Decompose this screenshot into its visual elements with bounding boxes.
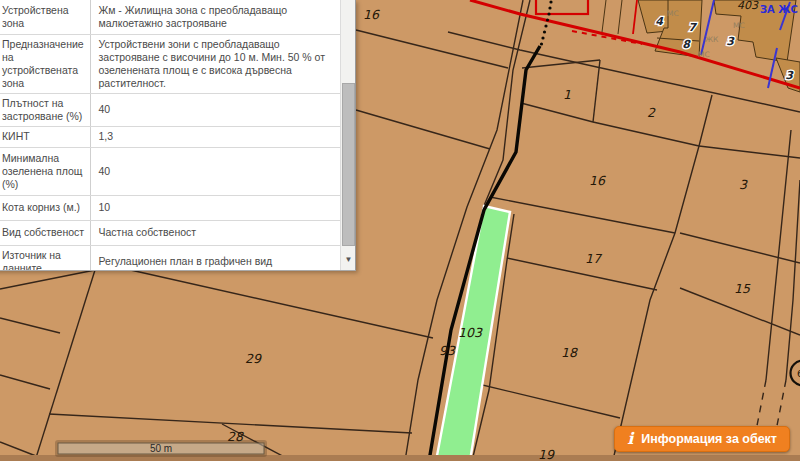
object-info-button-label: Информация за обект: [641, 432, 777, 446]
attribute-label: Кота корниз (м.): [0, 195, 90, 220]
attribute-value: 40: [90, 93, 341, 126]
map-label: 3: [739, 177, 748, 192]
info-icon: i: [627, 429, 633, 448]
scale-bar-label: 50 m: [150, 443, 172, 454]
map-label: ЗА ЖС: [760, 4, 798, 15]
map-label: 19: [538, 447, 555, 461]
scrollbar-down-arrow-icon[interactable]: ▼: [341, 252, 356, 267]
map-label: МС: [733, 21, 745, 30]
attribute-row: Предназначение на устройствената зонаУст…: [0, 34, 341, 93]
map-label: 17: [585, 251, 603, 266]
map-label: 29: [245, 351, 262, 366]
attribute-label: Предназначение на устройствената зона: [0, 34, 90, 93]
attribute-value: Жм - Жилищна зона с преобладаващо малкое…: [90, 0, 341, 34]
attribute-label: Устройствена зона: [0, 0, 90, 34]
map-viewport[interactable]: 16121631715181929289310347833МСМСЖКМС403…: [0, 0, 800, 461]
attribute-value: 40: [90, 147, 341, 195]
object-info-panel: Устройствена зонаЖм - Жилищна зона с пре…: [0, 0, 356, 271]
attribute-row: Плътност на застрояване (%)40: [0, 93, 341, 126]
scrollbar-thumb[interactable]: [342, 83, 355, 246]
scale-bar: 50 m: [55, 440, 267, 457]
map-label: ЖК: [705, 35, 719, 44]
map-label: 16: [363, 7, 380, 22]
attribute-value: 1,3: [90, 126, 341, 147]
attribute-row: Минимална озеленена площ (%)40: [0, 147, 341, 195]
map-label: МС: [698, 50, 710, 59]
map-label: 15: [734, 281, 751, 296]
attribute-label: Плътност на застрояване (%): [0, 93, 90, 126]
map-label: 2: [647, 105, 656, 120]
map-label: 8: [682, 38, 691, 51]
attribute-row: КИНТ1,3: [0, 126, 341, 147]
attribute-row: Кота корниз (м.)10: [0, 195, 341, 220]
map-label: 103: [458, 325, 483, 340]
attribute-value: Частна собственост: [90, 220, 341, 245]
attribute-label: Минимална озеленена площ (%): [0, 147, 90, 195]
attribute-label: Източник на данните: [0, 245, 90, 271]
map-label: 18: [561, 345, 578, 360]
attribute-row: Вид собственостЧастна собственост: [0, 220, 341, 245]
map-label: 403: [737, 0, 759, 12]
map-label: МС: [667, 9, 679, 18]
attribute-value: 10: [90, 195, 341, 220]
attribute-label: Вид собственост: [0, 220, 90, 245]
map-label: 93: [439, 343, 456, 358]
attribute-label: КИНТ: [0, 126, 90, 147]
attribute-row: Устройствена зонаЖм - Жилищна зона с пре…: [0, 0, 341, 34]
attribute-row: Източник на даннитеРегулационен план в г…: [0, 245, 341, 271]
map-label: 3: [785, 69, 794, 82]
map-label: 4: [655, 15, 664, 28]
panel-scrollbar[interactable]: ▼: [340, 0, 355, 271]
attribute-value: Регулационен план в графичен вид: [90, 245, 341, 271]
map-label: 7: [688, 21, 697, 34]
attributes-table: Устройствена зонаЖм - Жилищна зона с пре…: [0, 0, 341, 271]
map-label: 3: [726, 35, 735, 48]
object-info-button[interactable]: i Информация за обект: [614, 426, 790, 452]
attribute-value: Устройствени зони с преобладаващо застро…: [90, 34, 341, 93]
map-label: 1: [563, 87, 571, 102]
map-label: 16: [589, 173, 606, 188]
